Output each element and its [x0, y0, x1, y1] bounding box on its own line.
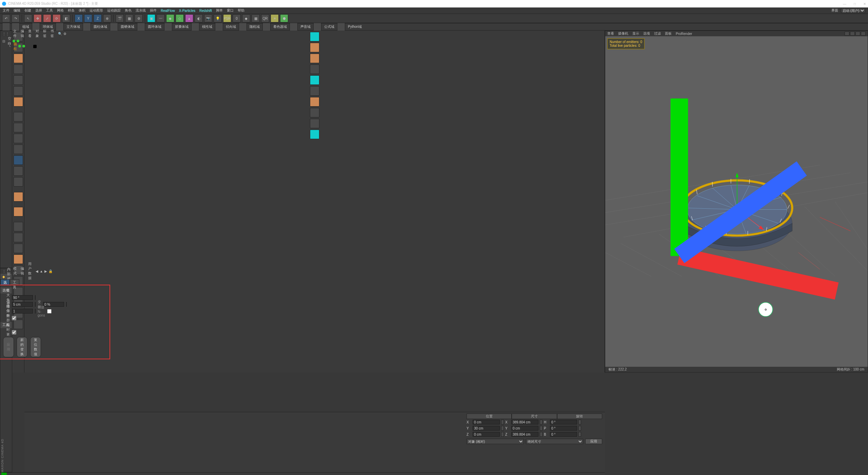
tab-options[interactable]: 选项 — [0, 279, 10, 285]
point-mode-button[interactable] — [14, 75, 23, 85]
view-menu-item[interactable]: 过滤 — [654, 31, 661, 36]
redo-button[interactable]: ↷ — [12, 14, 20, 22]
misc4-button[interactable]: ⬢ — [280, 14, 288, 22]
edge-mode-button[interactable] — [14, 86, 23, 96]
psr-button[interactable]: PSR — [223, 14, 231, 22]
field-button[interactable] — [83, 23, 91, 31]
extra15-button[interactable] — [14, 320, 23, 329]
spinner[interactable] — [578, 426, 581, 431]
menu-item[interactable]: 脚本 — [216, 8, 223, 13]
menu-item[interactable]: X-Particles — [179, 9, 195, 13]
qr-button[interactable]: QR — [261, 14, 269, 22]
t10-button[interactable] — [310, 130, 319, 139]
objmgr-menu-item[interactable]: 对象 — [36, 29, 39, 38]
lock-y-button[interactable]: Y — [84, 14, 92, 22]
extra9-button[interactable] — [14, 254, 23, 264]
t9-button[interactable] — [310, 119, 319, 128]
lock-z-button[interactable]: Z — [94, 14, 102, 22]
menu-item[interactable]: RealFlow — [161, 9, 175, 13]
rot-input[interactable] — [550, 426, 577, 431]
nav-fwd-icon[interactable]: ▶ — [44, 269, 47, 273]
field-button[interactable] — [313, 23, 321, 31]
offset-input[interactable] — [12, 302, 33, 307]
size-input[interactable] — [511, 432, 538, 437]
t7-button[interactable] — [310, 97, 319, 107]
nav-up-icon[interactable]: ▲ — [40, 269, 43, 273]
field-button[interactable] — [164, 23, 172, 31]
reset-values-button[interactable]: 复位数值 — [30, 337, 41, 357]
spline-button[interactable]: 〰 — [157, 14, 165, 22]
menu-item[interactable]: 文件 — [3, 8, 9, 13]
quantize-button[interactable] — [14, 145, 23, 154]
menu-item[interactable]: 创建 — [24, 8, 31, 13]
polygon-mode-button[interactable] — [14, 97, 23, 107]
palette-icon[interactable] — [2, 23, 10, 31]
extra2-button[interactable] — [14, 166, 23, 176]
menu-item[interactable]: 插件 — [150, 8, 157, 13]
field-button[interactable] — [137, 23, 145, 31]
scale-tool[interactable]: ⤢ — [43, 14, 51, 22]
extra6-button[interactable] — [14, 222, 23, 231]
extra5-button[interactable] — [14, 207, 23, 216]
field-button[interactable] — [262, 23, 271, 31]
attr-menu-item[interactable]: 模式 — [13, 266, 17, 276]
viewport-nav-icon[interactable] — [850, 32, 855, 36]
pos-input[interactable] — [473, 420, 500, 424]
lock-icon[interactable]: 🔒 — [48, 269, 53, 273]
field-button[interactable] — [290, 23, 298, 31]
menu-item[interactable]: 工具 — [46, 8, 53, 13]
spinner[interactable] — [578, 420, 581, 424]
menu-item[interactable]: 角色 — [125, 8, 132, 13]
menu-item[interactable]: 窗口 — [227, 8, 234, 13]
menu-item[interactable]: 运动跟踪 — [107, 8, 121, 13]
attr-menu-item[interactable]: 编辑 — [21, 266, 24, 276]
menu-item[interactable]: Redshift — [199, 9, 212, 13]
spinner[interactable] — [66, 302, 67, 307]
spinner[interactable] — [540, 420, 542, 424]
render-settings-button[interactable]: ⚙ — [135, 14, 143, 22]
keep-groups-checkbox[interactable] — [12, 316, 16, 320]
t3-button[interactable] — [310, 54, 319, 63]
move-tool[interactable]: ✥ — [34, 14, 42, 22]
ngons-checkbox[interactable] — [47, 309, 52, 314]
menu-item[interactable]: 网格 — [57, 8, 64, 13]
extra4-button[interactable] — [14, 192, 23, 202]
extra1-button[interactable] — [14, 155, 23, 165]
rot-input[interactable] — [550, 420, 577, 424]
viewport-nav-icon[interactable] — [861, 32, 866, 36]
generator-button[interactable]: ◆ — [166, 14, 174, 22]
t1-button[interactable] — [310, 32, 319, 41]
view-menu-item[interactable]: 摄像机 — [618, 31, 628, 36]
subdiv-input[interactable] — [12, 309, 33, 314]
apply-button[interactable]: 应用 — [3, 337, 14, 357]
realtime-checkbox[interactable] — [12, 330, 16, 335]
rot-input[interactable] — [550, 432, 577, 437]
viewport-nav-icon[interactable] — [845, 32, 849, 36]
misc2-button[interactable]: ▦ — [252, 14, 260, 22]
menu-item[interactable]: 编辑 — [14, 8, 20, 13]
t2-button[interactable] — [310, 43, 319, 52]
cube-primitive-button[interactable]: ▣ — [147, 14, 155, 22]
menu-item[interactable]: 流水线 — [136, 8, 146, 13]
last-tool[interactable]: ◧ — [62, 14, 70, 22]
viewport-nav-icon[interactable] — [855, 32, 860, 36]
tab-tools[interactable]: 工具 — [10, 279, 19, 285]
field-button[interactable] — [110, 23, 118, 31]
tree-child-row[interactable]: └ 圆柱 — [2, 44, 10, 49]
drag-handle[interactable]: ⋮⋮ — [2, 32, 9, 36]
size-input[interactable] — [511, 420, 538, 424]
menu-item[interactable]: 选择 — [35, 8, 42, 13]
render-region-button[interactable]: ▦ — [125, 14, 133, 22]
field-button[interactable] — [239, 23, 247, 31]
extra8-button[interactable] — [14, 244, 23, 253]
objmgr-menu-item[interactable]: 编辑 — [21, 29, 24, 38]
undo-button[interactable]: ↶ — [2, 14, 10, 22]
search-icon[interactable]: 🔍 — [58, 32, 62, 36]
field-button[interactable] — [191, 23, 199, 31]
spinner[interactable] — [35, 309, 36, 314]
attr-menu-item[interactable]: 用户数据 — [28, 262, 32, 281]
view-menu-item[interactable]: 查看 — [607, 31, 614, 36]
objmgr-menu-item[interactable]: 书签 — [51, 29, 54, 38]
extra3-button[interactable] — [14, 177, 23, 187]
deformer-button[interactable]: ▲ — [185, 14, 193, 22]
